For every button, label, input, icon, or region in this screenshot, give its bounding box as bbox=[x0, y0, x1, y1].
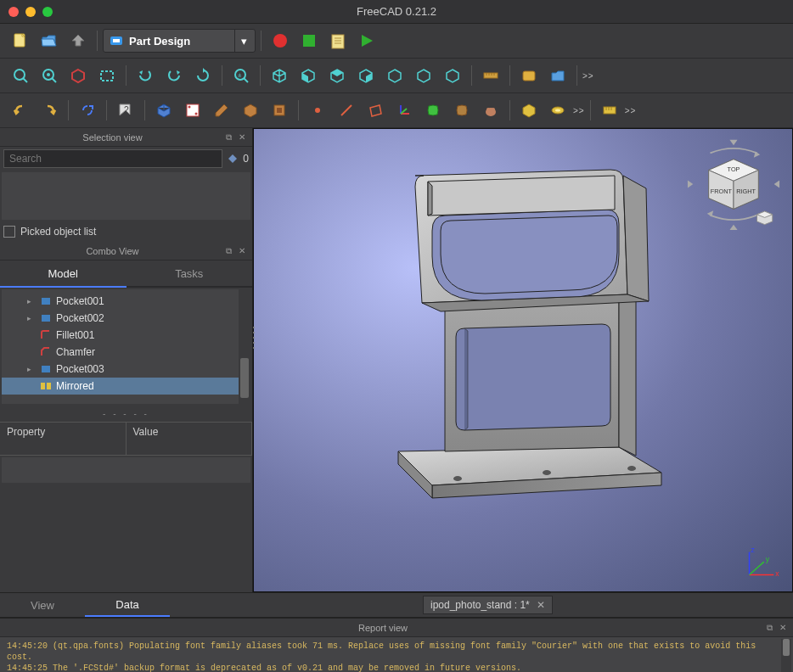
model-tree[interactable]: ▸ Pocket001 ▸ Pocket002 Fillet001 Chamfe… bbox=[2, 289, 250, 404]
undo-button[interactable] bbox=[132, 62, 159, 89]
pad-feature-button[interactable] bbox=[515, 97, 543, 124]
revolution-button[interactable] bbox=[544, 97, 571, 124]
tree-scrollbar[interactable] bbox=[239, 289, 250, 404]
property-grid-body bbox=[2, 457, 250, 483]
toolbar-row-2: ± >> bbox=[0, 59, 793, 93]
datum-point-button[interactable] bbox=[304, 97, 331, 124]
svg-rect-24 bbox=[523, 71, 535, 81]
3d-viewport[interactable]: TOP FRONT RIGHT z x y bbox=[253, 128, 793, 592]
redo-button[interactable] bbox=[160, 62, 188, 89]
tab-view[interactable]: View bbox=[0, 593, 85, 617]
tree-label: Pocket002 bbox=[56, 312, 104, 324]
tree-item-selected: Mirrored bbox=[2, 378, 250, 395]
pad-button[interactable] bbox=[237, 97, 264, 124]
svg-rect-47 bbox=[42, 366, 50, 372]
rear-view-button[interactable] bbox=[381, 62, 408, 89]
tab-model[interactable]: Model bbox=[0, 260, 127, 288]
svg-point-28 bbox=[195, 113, 198, 115]
edit-sketch-button[interactable] bbox=[208, 97, 235, 124]
selection-view-float-button[interactable]: ⧉ bbox=[222, 131, 235, 144]
datum-line-button[interactable] bbox=[333, 97, 360, 124]
macro-record-button[interactable] bbox=[267, 27, 294, 54]
report-view-body[interactable]: 14:45:20 (qt.qpa.fonts) Populating font … bbox=[0, 637, 793, 672]
draw-style-button[interactable] bbox=[65, 62, 92, 89]
create-body-button[interactable] bbox=[150, 97, 177, 124]
create-sketch-button[interactable] bbox=[179, 97, 206, 124]
svg-rect-48 bbox=[41, 383, 45, 389]
picked-list-checkbox[interactable] bbox=[3, 226, 15, 238]
svg-rect-45 bbox=[42, 298, 50, 305]
datum-plane-button[interactable] bbox=[362, 97, 389, 124]
document-tab-label: ipod_photo_stand : 1* bbox=[430, 599, 530, 611]
toolbar3-expand-icon[interactable]: >> bbox=[573, 106, 585, 115]
refresh-button[interactable] bbox=[189, 62, 217, 89]
left-view-button[interactable] bbox=[439, 62, 466, 89]
bounding-box-button[interactable] bbox=[93, 62, 121, 89]
toolbar3-expand2-icon[interactable]: >> bbox=[625, 106, 637, 115]
svg-marker-14 bbox=[72, 70, 84, 82]
window-close-button[interactable] bbox=[8, 7, 19, 17]
toolbar-row-3: ? >> >> bbox=[0, 93, 793, 128]
svg-text:RIGHT: RIGHT bbox=[736, 188, 756, 195]
report-view-close-button[interactable]: ✕ bbox=[776, 621, 790, 635]
svg-text:FRONT: FRONT bbox=[711, 188, 733, 195]
tree-item: ▸ Pocket001 bbox=[2, 293, 250, 310]
link-button[interactable] bbox=[74, 97, 101, 124]
new-document-button[interactable] bbox=[7, 27, 34, 54]
document-tab-close[interactable]: ✕ bbox=[537, 599, 545, 611]
tree-label: Pocket003 bbox=[56, 363, 104, 375]
svg-rect-41 bbox=[604, 107, 616, 114]
window-maximize-button[interactable] bbox=[42, 7, 53, 17]
top-view-button[interactable] bbox=[323, 62, 351, 89]
save-document-button[interactable] bbox=[65, 27, 92, 54]
toolbar-expand-icon[interactable]: >> bbox=[582, 71, 594, 81]
report-view-header: Report view ⧉ ✕ bbox=[0, 619, 793, 637]
open-document-button[interactable] bbox=[36, 27, 63, 54]
splitter-handle[interactable]: - - - - - bbox=[0, 406, 252, 422]
selection-view-close-button[interactable]: ✕ bbox=[235, 131, 249, 144]
right-view-button[interactable] bbox=[352, 62, 380, 89]
group-button[interactable] bbox=[544, 62, 571, 89]
macro-stop-button[interactable] bbox=[295, 27, 323, 54]
report-scrollbar[interactable] bbox=[781, 639, 791, 672]
pocket-button[interactable] bbox=[266, 97, 293, 124]
svg-text:?: ? bbox=[124, 105, 129, 115]
svg-line-17 bbox=[244, 78, 248, 82]
svg-point-40 bbox=[555, 109, 560, 112]
measure-distance-button[interactable] bbox=[477, 62, 504, 89]
clone-button[interactable] bbox=[477, 97, 504, 124]
shape-binder-button[interactable] bbox=[419, 97, 447, 124]
tab-tasks[interactable]: Tasks bbox=[127, 260, 253, 286]
tree-label: Mirrored bbox=[56, 380, 94, 392]
fit-all-button[interactable] bbox=[7, 62, 34, 89]
part-button[interactable] bbox=[515, 62, 543, 89]
front-view-button[interactable] bbox=[295, 62, 322, 89]
bottom-view-button[interactable] bbox=[410, 62, 437, 89]
whats-this-button[interactable]: ? bbox=[112, 97, 139, 124]
local-cs-button[interactable] bbox=[391, 97, 418, 124]
workbench-dropdown-arrow[interactable]: ▾ bbox=[234, 30, 253, 52]
sync-view-button[interactable]: ± bbox=[228, 62, 255, 89]
macro-list-button[interactable] bbox=[324, 27, 352, 54]
document-tab[interactable]: ipod_photo_stand : 1* ✕ bbox=[423, 596, 553, 614]
search-clear-icon[interactable] bbox=[226, 152, 239, 165]
isometric-view-button[interactable] bbox=[266, 62, 293, 89]
sub-shape-binder-button[interactable] bbox=[448, 97, 475, 124]
redo-alt-button[interactable] bbox=[36, 97, 63, 124]
selection-search-input[interactable] bbox=[3, 149, 222, 168]
navigation-cube[interactable]: TOP FRONT RIGHT bbox=[687, 137, 780, 231]
fit-selection-button[interactable] bbox=[36, 62, 63, 89]
workbench-selector[interactable]: Part Design ▾ bbox=[103, 29, 256, 53]
undo-alt-button[interactable] bbox=[7, 97, 34, 124]
combo-view-float-button[interactable]: ⧉ bbox=[222, 244, 235, 258]
tab-data[interactable]: Data bbox=[85, 593, 170, 617]
svg-rect-46 bbox=[42, 315, 50, 322]
window-minimize-button[interactable] bbox=[25, 7, 36, 17]
macro-execute-button[interactable] bbox=[353, 27, 380, 54]
svg-rect-15 bbox=[101, 71, 113, 81]
report-view-float-button[interactable]: ⧉ bbox=[762, 621, 776, 635]
tree-item: ▸ Pocket003 bbox=[2, 361, 250, 378]
property-grid-header: Property Value bbox=[0, 422, 252, 456]
measure-linear-button[interactable] bbox=[596, 97, 623, 124]
combo-view-close-button[interactable]: ✕ bbox=[235, 244, 249, 258]
